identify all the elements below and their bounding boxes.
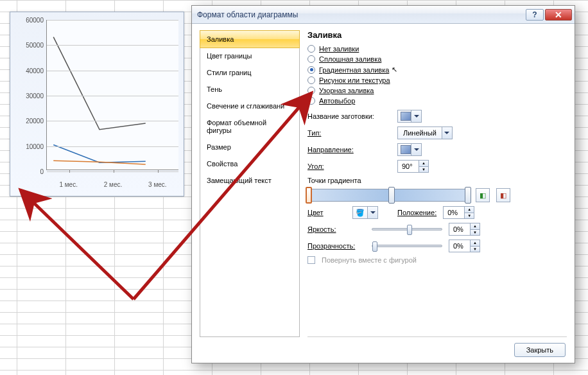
color-dropdown[interactable]: 🪣 <box>352 206 378 219</box>
radio-pattern-label: Узорная заливка <box>319 87 374 94</box>
nav-item-properties[interactable]: Свойства <box>200 155 299 172</box>
bucket-icon: 🪣 <box>353 209 367 217</box>
gridline <box>47 121 178 121</box>
y-tick-label: 40000 <box>14 67 44 74</box>
x-tick <box>114 170 114 173</box>
radio-nofill[interactable] <box>307 45 315 53</box>
x-tick <box>158 170 159 173</box>
help-button[interactable]: ? <box>526 9 544 21</box>
transparency-spinner[interactable]: 0%▲▼ <box>449 240 480 252</box>
type-label: Тип: <box>307 129 391 137</box>
add-stop-icon: ◧ <box>480 191 486 200</box>
x-tick-label: 2 мес. <box>94 181 132 188</box>
remove-stop-button[interactable]: ◧ <box>496 188 510 202</box>
nav-item-fill[interactable]: Заливка <box>200 30 300 48</box>
remove-stop-icon: ◧ <box>500 191 506 200</box>
position-value: 0% <box>444 209 464 216</box>
gradient-stop-1[interactable] <box>306 187 312 204</box>
angle-label: Угол: <box>307 162 391 170</box>
radio-pattern[interactable] <box>307 87 315 94</box>
nav-item-border-style[interactable]: Стили границ <box>200 64 299 81</box>
x-tick <box>69 170 70 173</box>
transparency-slider[interactable] <box>372 245 442 247</box>
format-dialog: Формат области диаграммы ? ✕ Заливка Цве… <box>191 5 575 363</box>
gridline <box>47 45 178 46</box>
nav-item-glow[interactable]: Свечение и сглаживани <box>200 98 299 114</box>
close-x-button[interactable]: ✕ <box>545 9 572 21</box>
gradient-slider[interactable] <box>307 189 469 202</box>
add-stop-button[interactable]: ◧ <box>476 188 490 202</box>
angle-spinner[interactable]: 90°▲▼ <box>397 160 429 173</box>
nav-item-border-color[interactable]: Цвет границы <box>200 48 299 64</box>
direction-swatch-icon <box>401 145 411 154</box>
direction-label: Направление: <box>307 146 391 153</box>
brightness-value: 0% <box>449 225 470 233</box>
nav-item-size[interactable]: Размер <box>200 139 299 155</box>
y-tick-label: 10000 <box>14 143 44 150</box>
y-tick-label: 30000 <box>14 92 44 100</box>
rotate-checkbox <box>307 256 315 264</box>
preset-swatch-icon <box>401 112 411 121</box>
radio-picture[interactable] <box>307 76 315 84</box>
x-tick-label: 3 мес. <box>138 181 177 188</box>
y-tick-label: 0 <box>14 168 44 175</box>
gridline <box>47 146 178 147</box>
chart-area[interactable]: 01000020000300004000050000600001 мес.2 м… <box>10 12 184 196</box>
brightness-spinner[interactable]: 0%▲▼ <box>449 223 480 236</box>
close-button[interactable]: Закрыть <box>514 343 566 357</box>
angle-value: 90° <box>398 162 419 170</box>
nav-item-alttext[interactable]: Замещающий текст <box>200 172 299 189</box>
nav-item-shadow[interactable]: Тень <box>200 81 299 98</box>
transparency-value: 0% <box>449 242 470 250</box>
color-label: Цвет <box>307 209 346 216</box>
nav-list: Заливка Цвет границы Стили границ Тень С… <box>200 30 300 337</box>
transparency-label: Прозрачность: <box>307 242 365 250</box>
gridline <box>47 20 178 21</box>
y-tick-label: 60000 <box>14 17 44 24</box>
radio-gradient-label: Градиентная заливка <box>319 66 389 74</box>
type-value: Линейный <box>398 129 442 137</box>
radio-nofill-label: Нет заливки <box>319 45 359 53</box>
y-tick-label: 50000 <box>14 42 44 49</box>
plot-area <box>46 20 178 170</box>
radio-auto-label: Автовыбор <box>319 97 355 105</box>
stops-label: Точки градиента <box>307 177 567 184</box>
dialog-title: Формат области диаграммы <box>197 10 298 19</box>
brightness-slider[interactable] <box>372 228 442 231</box>
radio-picture-label: Рисунок или текстура <box>319 76 390 84</box>
nav-item-3d[interactable]: Формат объемной фигуры <box>200 114 299 139</box>
fill-panel: Заливка Нет заливки Сплошная заливка Гра… <box>307 30 567 337</box>
radio-solid-label: Сплошная заливка <box>319 55 381 63</box>
gradient-stop-3[interactable] <box>465 187 471 204</box>
radio-solid[interactable] <box>307 55 315 63</box>
radio-auto[interactable] <box>307 97 315 105</box>
rotate-label: Повернуть вместе с фигурой <box>322 256 417 264</box>
position-spinner[interactable]: 0%▲▼ <box>443 206 474 219</box>
titlebar[interactable]: Формат области диаграммы ? ✕ <box>192 6 575 24</box>
y-tick-label: 20000 <box>14 118 44 125</box>
gradient-stop-2[interactable] <box>388 187 395 204</box>
cursor-icon: ↖ <box>392 65 397 74</box>
fill-heading: Заливка <box>307 30 567 40</box>
preset-dropdown[interactable] <box>397 110 422 123</box>
gridline <box>47 71 178 71</box>
preset-label: Название заготовки: <box>307 112 391 120</box>
position-label: Положение: <box>397 209 437 216</box>
chart-lines <box>47 20 178 170</box>
brightness-label: Яркость: <box>307 225 365 233</box>
direction-dropdown[interactable] <box>397 143 422 156</box>
gridline <box>47 96 178 96</box>
type-dropdown[interactable]: Линейный <box>397 126 453 139</box>
radio-gradient[interactable] <box>307 66 315 74</box>
x-tick-label: 1 мес. <box>49 181 88 188</box>
